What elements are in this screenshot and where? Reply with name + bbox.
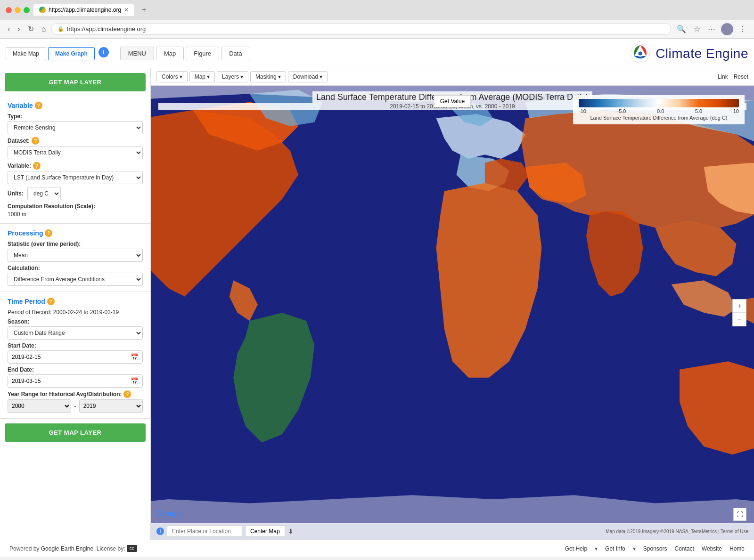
masking-dropdown-button[interactable]: Masking ▾ bbox=[250, 71, 286, 82]
maximize-window-button[interactable] bbox=[24, 7, 30, 13]
fullscreen-button[interactable]: ⛶ bbox=[733, 508, 746, 521]
map-legend: -10 -5.0 0.0 5.0 10 Land Surface Tempera… bbox=[573, 95, 745, 124]
map-visualization[interactable]: Land Surface Temperature Difference from… bbox=[151, 86, 754, 540]
footer-links: Get Help ▾ Get Info ▾ Sponsors Contact W… bbox=[565, 545, 745, 552]
bookmark-button[interactable]: ☆ bbox=[692, 23, 702, 35]
license-badge: cc bbox=[127, 545, 137, 552]
processing-help-icon[interactable]: ? bbox=[45, 229, 52, 237]
map-bottom-bar: i Center Map ⬇ Map data ©2019 Imagery ©2… bbox=[151, 523, 754, 540]
browser-titlebar: https://app.climateengine.org ✕ + bbox=[0, 0, 754, 20]
tab-menu[interactable]: MENU bbox=[120, 47, 154, 60]
calculation-select[interactable]: Difference From Average Conditions bbox=[8, 273, 143, 286]
units-select[interactable]: deg C bbox=[27, 187, 61, 200]
url-text: https://app.climateengine.org bbox=[67, 25, 665, 32]
make-map-button[interactable]: Make Map bbox=[6, 47, 46, 60]
dataset-select[interactable]: MODIS Terra Daily bbox=[8, 146, 143, 159]
refresh-button[interactable]: ↻ bbox=[26, 23, 36, 35]
end-date-input[interactable]: 2019-03-15 📅 bbox=[8, 374, 143, 388]
toolbar-icons: 🔍 ☆ ⋯ ⋮ bbox=[675, 23, 748, 35]
make-graph-button[interactable]: Make Graph bbox=[48, 47, 95, 60]
favicon-icon bbox=[39, 7, 46, 13]
info-badge[interactable]: i bbox=[98, 47, 109, 57]
map-attribution: Map data ©2019 Imagery ©2019 NASA, Terra… bbox=[606, 529, 748, 534]
minimize-window-button[interactable] bbox=[15, 7, 21, 13]
layers-dropdown-button[interactable]: Layers ▾ bbox=[217, 71, 248, 82]
footer-get-help-chevron: ▾ bbox=[595, 545, 598, 552]
legend-title: Land Surface Temperature Difference from… bbox=[579, 115, 739, 121]
download-dropdown-button[interactable]: Download ▾ bbox=[288, 71, 328, 82]
link-button[interactable]: Link bbox=[718, 73, 728, 80]
search-button[interactable]: 🔍 bbox=[675, 23, 688, 35]
map-dropdown-button[interactable]: Map ▾ bbox=[189, 71, 215, 82]
dataset-help-icon[interactable]: ? bbox=[32, 137, 39, 145]
footer-get-help-link[interactable]: Get Help bbox=[565, 545, 587, 552]
browser-toolbar: ‹ › ↻ ⌂ 🔒 https://app.climateengine.org … bbox=[0, 20, 754, 39]
footer-home-link[interactable]: Home bbox=[729, 545, 745, 552]
map-toolbar: Colors ▾ Map ▾ Layers ▾ Masking ▾ Downlo… bbox=[151, 68, 754, 86]
year-range-help-icon[interactable]: ? bbox=[123, 390, 131, 398]
variable-section: Variable ? Type: Remote Sensing Dataset:… bbox=[0, 96, 150, 224]
home-button[interactable]: ⌂ bbox=[40, 23, 48, 35]
start-date-label: Start Date: bbox=[8, 342, 143, 349]
colors-chevron-icon: ▾ bbox=[180, 73, 182, 80]
zoom-in-button[interactable]: + bbox=[733, 300, 746, 313]
forward-button[interactable]: › bbox=[16, 23, 22, 35]
period-of-record: Period of Record: 2000-02-24 to 2019-03-… bbox=[8, 309, 143, 316]
variable-help-icon[interactable]: ? bbox=[35, 102, 42, 109]
variable-select[interactable]: LST (Land Surface Temperature in Day) bbox=[8, 171, 143, 184]
units-label: Units: deg C bbox=[8, 187, 143, 200]
menu-button[interactable]: ⋮ bbox=[737, 23, 748, 35]
zoom-out-button[interactable]: − bbox=[733, 313, 746, 326]
dataset-label: Dataset: ? bbox=[8, 137, 143, 145]
google-earth-engine-link[interactable]: Google Earth Engine bbox=[41, 545, 93, 552]
address-bar[interactable]: 🔒 https://app.climateengine.org bbox=[51, 23, 671, 35]
app-footer: Powered by Google Earth Engine License b… bbox=[0, 540, 754, 557]
place-input[interactable] bbox=[167, 526, 242, 537]
traffic-lights bbox=[6, 7, 30, 13]
browser-tab[interactable]: https://app.climateengine.org ✕ bbox=[33, 4, 134, 16]
get-map-layer-button-top[interactable]: GET MAP LAYER bbox=[5, 73, 146, 91]
tab-figure[interactable]: Figure bbox=[186, 47, 219, 60]
new-tab-button[interactable]: + bbox=[138, 4, 150, 16]
statistic-select[interactable]: Mean bbox=[8, 249, 143, 262]
time-period-section: Time Period ? Period of Record: 2000-02-… bbox=[0, 292, 150, 419]
svg-point-2 bbox=[639, 52, 642, 56]
footer-website-link[interactable]: Website bbox=[702, 545, 722, 552]
end-date-calendar-icon[interactable]: 📅 bbox=[131, 377, 139, 385]
tab-close-button[interactable]: ✕ bbox=[124, 7, 129, 13]
extensions-button[interactable]: ⋯ bbox=[706, 23, 717, 35]
type-select[interactable]: Remote Sensing bbox=[8, 121, 143, 134]
tab-map[interactable]: Map bbox=[156, 47, 184, 60]
year-range-inputs: 2000 - 2019 bbox=[8, 399, 143, 413]
tab-data[interactable]: Data bbox=[221, 47, 250, 60]
start-date-calendar-icon[interactable]: 📅 bbox=[131, 353, 139, 361]
footer-contact-link[interactable]: Contact bbox=[674, 545, 694, 552]
variable-field-help-icon[interactable]: ? bbox=[33, 162, 41, 170]
layers-chevron-icon: ▾ bbox=[240, 73, 243, 80]
center-map-button[interactable]: Center Map bbox=[245, 526, 285, 537]
footer-sponsors-link[interactable]: Sponsors bbox=[643, 545, 667, 552]
map-container: Colors ▾ Map ▾ Layers ▾ Masking ▾ Downlo… bbox=[151, 68, 754, 540]
close-window-button[interactable] bbox=[6, 7, 12, 13]
type-label: Type: bbox=[8, 113, 143, 120]
resolution-label: Computation Resolution (Scale): bbox=[8, 203, 143, 210]
footer-get-info-link[interactable]: Get Info bbox=[605, 545, 625, 552]
masking-chevron-icon: ▾ bbox=[278, 73, 281, 80]
user-avatar[interactable] bbox=[721, 23, 733, 35]
get-map-layer-button-bottom[interactable]: GET MAP LAYER bbox=[5, 423, 146, 442]
tab-title: https://app.climateengine.org bbox=[49, 7, 121, 13]
end-date-label: End Date: bbox=[8, 366, 143, 373]
season-select[interactable]: Custom Date Range bbox=[8, 326, 143, 340]
reset-button[interactable]: Reset bbox=[734, 73, 748, 80]
get-value-button[interactable]: Get Value bbox=[434, 95, 471, 107]
colors-dropdown-button[interactable]: Colors ▾ bbox=[156, 71, 188, 82]
year-from-select[interactable]: 2000 bbox=[8, 399, 71, 413]
brand-name: Climate Engine bbox=[656, 46, 748, 61]
start-date-input[interactable]: 2019-02-15 📅 bbox=[8, 350, 143, 364]
legend-labels: -10 -5.0 0.0 5.0 10 bbox=[579, 108, 739, 114]
location-icon[interactable]: ⬇ bbox=[288, 528, 294, 535]
year-to-select[interactable]: 2019 bbox=[79, 399, 143, 413]
back-button[interactable]: ‹ bbox=[6, 23, 12, 35]
variable-section-title: Variable ? bbox=[8, 102, 143, 109]
time-period-help-icon[interactable]: ? bbox=[47, 298, 55, 305]
